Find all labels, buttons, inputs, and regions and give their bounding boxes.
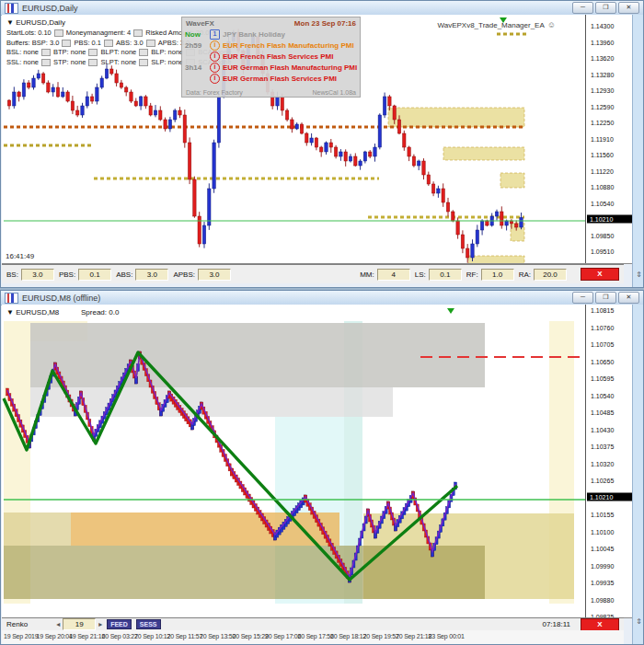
candle [174, 110, 177, 120]
time-label: 20 Sep 13:50 [200, 633, 236, 639]
candle [520, 218, 523, 228]
price-label: 1.10815 [591, 307, 614, 314]
news-event: EUR French Flash Services PMI [223, 52, 334, 61]
param-field-label: ABS: [116, 271, 132, 279]
price-label: 1.10265 [591, 478, 614, 484]
restore-icon[interactable]: ❐ [595, 2, 616, 14]
candle [388, 97, 391, 106]
window-right-strip: ⇕ [632, 15, 643, 287]
price-label: 1.11560 [591, 152, 614, 158]
sess-button[interactable]: SESS [136, 619, 161, 629]
news-event: JPY Bank Holiday [223, 30, 285, 39]
window-title-daily: EURUSD,Daily [22, 4, 78, 13]
param-field: PBS:0.1 [59, 269, 111, 281]
candle [120, 83, 122, 87]
time-label: 20 Sep 03:27 [102, 633, 138, 639]
time-label: 20 Sep 18:12 [330, 633, 366, 639]
close-panel-button[interactable]: X [581, 618, 619, 631]
candle [471, 244, 474, 258]
candle [178, 110, 181, 115]
candle [431, 184, 434, 193]
restore-icon[interactable]: ❐ [595, 292, 616, 304]
ea-param-text: Buffers: BSP: 3.0 [6, 39, 59, 47]
price-label: 1.13620 [591, 55, 614, 62]
chart-symbol-label[interactable]: ▼ EURUSD,Daily [6, 18, 65, 27]
param-field: APBS:3.0 [173, 269, 231, 281]
price-label: 1.10540 [591, 392, 614, 398]
ea-smiley-icon[interactable]: ☺ [547, 20, 556, 29]
param-field-input[interactable]: 0.1 [429, 269, 462, 281]
param-field-input[interactable]: 20.0 [534, 269, 567, 281]
background-zone [30, 323, 485, 387]
candle [281, 97, 283, 110]
price-label: 1.10045 [591, 546, 614, 552]
news-footer-source: Data: Forex Factory [186, 89, 243, 96]
news-row: 2h59iEUR French Flash Manufacturing PMI [182, 40, 360, 51]
window-title-m8: EURUSD,M8 (offline) [22, 294, 100, 303]
candle [90, 97, 93, 101]
candle [427, 175, 430, 184]
news-event: EUR German Flash Manufacturing PMI [223, 63, 357, 72]
titlebar-daily[interactable]: EURUSD,Daily ─ ❐ ✕ [1, 1, 643, 16]
ea-param-text: Moneymanagment: 4 [66, 29, 131, 37]
price-label: 1.09880 [591, 596, 614, 603]
candle [354, 156, 357, 166]
news-panel-datetime: Mon 23 Sep 07:16 [294, 19, 356, 28]
price-label: 1.09850 [591, 232, 614, 238]
param-field-label: BS: [6, 271, 18, 279]
time-axis[interactable]: 19 Sep 201919 Sep 20:0419 Sep 21:1620 Se… [2, 630, 624, 644]
brick-size-input[interactable]: 19 [63, 618, 96, 630]
price-axis-m8[interactable]: 1.108151.107601.107051.106501.105951.105… [585, 305, 636, 617]
candle [422, 161, 425, 175]
candle [369, 152, 372, 156]
param-field-input[interactable]: 3.0 [198, 269, 231, 281]
price-label: 1.10430 [591, 426, 614, 432]
candle [62, 92, 64, 97]
titlebar-m8[interactable]: EURUSD,M8 (offline) ─ ❐ ✕ [1, 291, 643, 305]
price-label: 1.12590 [591, 103, 614, 109]
close-panel-button[interactable]: X [581, 268, 619, 281]
param-field-input[interactable]: 3.0 [21, 269, 54, 281]
daily-chart-canvas[interactable]: ▼ EURUSD,Daily StartLots: 0.10Moneymanag… [2, 15, 635, 264]
candle [403, 133, 406, 147]
candle [378, 115, 381, 147]
candle [393, 106, 396, 120]
scroll-grip-icon[interactable]: ⇕ [636, 617, 642, 626]
chart-symbol-label[interactable]: ▼ EURUSD,M8 [6, 308, 59, 317]
current-price-tag: 1.10210 [587, 215, 634, 224]
close-icon[interactable]: ✕ [618, 2, 639, 14]
param-separator-box [133, 29, 143, 37]
supply-demand-zone [468, 256, 524, 263]
candle [480, 221, 483, 230]
spin-left-icon[interactable]: ◂ [56, 620, 60, 628]
candle [276, 97, 279, 106]
minimize-icon[interactable]: ─ [572, 292, 593, 304]
feed-button[interactable]: FEED [107, 619, 132, 629]
scroll-grip-icon[interactable]: ⇕ [636, 271, 642, 279]
param-field-input[interactable]: 1.0 [481, 269, 514, 281]
minimize-icon[interactable]: ─ [572, 2, 593, 14]
candle [359, 161, 362, 166]
renko-chart-canvas[interactable]: ▼ EURUSD,M8 Spread: 0.0 1.108151.107601.… [2, 305, 635, 618]
news-row: 3h14iEUR German Flash Manufacturing PMI [182, 62, 360, 73]
price-axis-daily[interactable]: 1.143001.139601.136201.132801.129301.125… [585, 15, 636, 263]
window-right-strip: ⇕ [632, 305, 643, 644]
spin-right-icon[interactable]: ▸ [98, 620, 102, 628]
candle [96, 87, 98, 101]
ea-param-text: PBS: 0.1 [74, 39, 101, 47]
close-icon[interactable]: ✕ [618, 292, 639, 304]
param-separator-box [88, 49, 98, 56]
param-field-input[interactable]: 0.1 [78, 269, 111, 281]
param-field-input[interactable]: 3.0 [135, 269, 168, 281]
window-eurusd-m8: EURUSD,M8 (offline) ─ ❐ ✕ ▼ EURUSD,M8 Sp… [0, 290, 644, 645]
trade-param-bar: BS:3.0PBS:0.1ABS:3.0APBS:3.0MM:4LS:0.1RF… [2, 264, 624, 283]
candle [202, 225, 205, 244]
param-field-input[interactable]: 4 [377, 269, 410, 281]
candle [334, 147, 337, 156]
brick-size-spinner: ◂19▸ [56, 618, 102, 630]
price-label: 1.10375 [591, 443, 614, 450]
chart-window-icon [5, 3, 18, 14]
news-panel: WaveFX Mon 23 Sep 07:16 Now1JPY Bank Hol… [181, 17, 361, 98]
candle [47, 83, 50, 92]
param-field-label: LS: [415, 271, 426, 279]
